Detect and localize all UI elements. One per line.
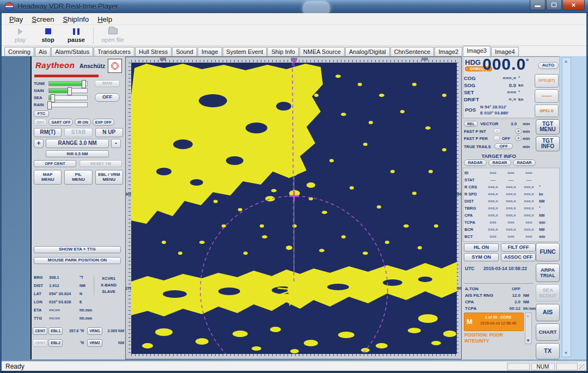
menu-button[interactable]: EBL / VRMMENU <box>95 170 123 185</box>
ebl2-button[interactable]: EBL2 <box>48 339 63 347</box>
cent2-button[interactable]: CENT <box>33 339 47 347</box>
pause-button[interactable]: pause <box>64 26 89 45</box>
radar-field[interactable] <box>131 63 457 354</box>
minimize-button[interactable]: ▬ <box>530 0 546 10</box>
mode-button[interactable]: STAB <box>64 128 92 137</box>
ebl1-row: CENT EBL1 357.6 °R VRM1 2.065 NM <box>33 327 124 335</box>
tab[interactable]: Image3 <box>463 46 491 56</box>
past-int-dec-button[interactable]: < <box>493 129 501 134</box>
gps1d-button[interactable]: GPS1 D <box>535 105 559 117</box>
man-button[interactable]: MAN <box>95 80 120 87</box>
arpa-trial-button[interactable]: ARPATRIAL <box>536 264 560 282</box>
gps1bt-button[interactable]: GPS1(BT) <box>535 74 559 88</box>
stop-button[interactable]: stop <box>35 26 60 45</box>
tab[interactable]: ChnSentence <box>390 47 434 56</box>
assoc-off-button[interactable]: ASSOC OFF <box>501 253 536 261</box>
reset-tm-button[interactable]: RESET TM <box>79 160 122 167</box>
vrm2-button[interactable]: VRM2 <box>87 339 102 347</box>
radar-scope[interactable]: 330 000 030 300 270 060 090 <box>125 57 462 359</box>
tab[interactable]: Hull Stress <box>135 47 171 56</box>
ais-button[interactable]: AIS <box>536 304 560 321</box>
ftc-button[interactable]: FTC <box>34 111 49 117</box>
radar-source-button[interactable]: RADAR <box>488 160 511 166</box>
ebl1-button[interactable]: EBL1 <box>48 327 63 335</box>
menu-button[interactable]: PILMENU <box>64 170 92 185</box>
mode-button[interactable]: N UP <box>95 128 123 137</box>
slider-row: SEA <box>34 95 93 100</box>
scrollbar-track[interactable] <box>562 57 571 357</box>
scroll-up-icon[interactable]: ▲ <box>526 314 530 317</box>
menu-item[interactable]: Help <box>93 14 117 25</box>
filt-off-button[interactable]: FILT OFF <box>501 243 536 252</box>
sea-scout-button[interactable]: SEASCOUT <box>536 284 560 302</box>
rir-button[interactable]: RIR 0.5 NM <box>46 150 109 157</box>
auto-button[interactable]: AUTO <box>538 62 559 69</box>
tab[interactable]: Ship Info <box>267 47 298 56</box>
slider-track[interactable] <box>48 81 88 86</box>
proc-button[interactable]: SBY <box>34 119 47 126</box>
chart-button[interactable]: CHART <box>536 323 560 341</box>
tab[interactable]: Ais <box>35 47 51 56</box>
dash-source-button[interactable]: —— <box>535 89 559 103</box>
mode-buttons: RM(T)STABN UP <box>34 128 123 137</box>
past-per-inc-button[interactable]: > <box>515 136 522 141</box>
menu-item[interactable]: ShipInfo <box>59 14 94 25</box>
tgt-menu-button[interactable]: TGTMENU <box>536 119 560 134</box>
rel-vector-button[interactable]: REL <box>464 121 478 127</box>
menu-item[interactable]: Play <box>5 14 27 25</box>
tab[interactable]: Alarm/Status <box>51 47 93 56</box>
range-minus-button[interactable]: - <box>111 139 121 148</box>
range-plus-button[interactable]: + <box>34 139 44 148</box>
proc-button[interactable]: IR ON <box>75 119 90 126</box>
alert-scrollbar[interactable]: ▲ ▼ <box>525 313 532 344</box>
mode-button[interactable]: RM(T) <box>34 128 62 137</box>
open-file-button[interactable]: open file <box>97 26 128 45</box>
maximize-button[interactable] <box>546 0 562 10</box>
radar-source-button[interactable]: RADAR <box>464 160 487 166</box>
slider-track[interactable] <box>48 102 88 107</box>
tab[interactable]: Sound <box>172 47 197 56</box>
tab[interactable]: NMEA Source <box>299 47 345 56</box>
cent1-button[interactable]: CENT <box>33 327 47 335</box>
toolbar-separator <box>93 27 94 44</box>
pos-lat: N 54° 28.912' <box>480 105 507 109</box>
play-button[interactable]: play <box>9 26 31 45</box>
title-bar[interactable]: Headway VDR Real-time Player ▬ ✕ <box>0 0 588 13</box>
content-scrollbar[interactable]: ▲ ▼ <box>560 56 586 359</box>
tab[interactable]: Transducers <box>94 47 134 56</box>
sym-on-button[interactable]: SYM ON <box>464 253 499 261</box>
func-button[interactable]: FUNC <box>536 243 560 261</box>
off-button[interactable]: OFF <box>95 93 120 102</box>
slider-track[interactable] <box>48 88 88 93</box>
mouse-park-button[interactable]: MOUSE PARK POSITION ON <box>34 257 121 264</box>
scrollbar-up-icon[interactable]: ▲ <box>562 57 570 65</box>
menu-item[interactable]: Screen <box>27 14 58 25</box>
off-cent-button[interactable]: OFF CENT <box>34 160 76 167</box>
hl-on-button[interactable]: HL ON <box>464 243 499 252</box>
tab[interactable]: Conning <box>4 47 34 56</box>
tx-button[interactable]: TX <box>536 343 560 359</box>
alert-box[interactable]: M 1 of 26 - CCRS 2015-03-14 12:58:45 <box>464 313 524 331</box>
proc-button[interactable]: SART OFF <box>48 119 73 126</box>
scrollbar-down-icon[interactable]: ▼ <box>562 349 570 357</box>
bearing-ticks-left <box>128 63 131 354</box>
range-button[interactable]: RANGE 3.0 NM <box>46 139 109 148</box>
menu-button[interactable]: MAPMENU <box>34 170 62 185</box>
show-eta-ttg-button[interactable]: SHOW ETA + TTG <box>34 246 121 253</box>
proc-button[interactable]: EXP OFF <box>93 119 114 126</box>
tgt-info-button[interactable]: TGTINFO <box>536 136 560 151</box>
past-per-dec-button[interactable] <box>493 136 500 141</box>
tab[interactable]: System Event <box>223 47 267 56</box>
vrm1-button[interactable]: VRM1 <box>87 327 102 335</box>
radar-source-button[interactable]: RADAR <box>513 160 536 166</box>
tab[interactable]: Image2 <box>434 47 462 56</box>
tab[interactable]: Analog/Digital <box>345 47 390 56</box>
close-button[interactable]: ✕ <box>562 0 585 10</box>
resize-grip[interactable] <box>579 364 586 371</box>
target-table-row: BCR ===.= ===.= ===.= NM <box>464 226 559 233</box>
true-trails-button[interactable]: OFF <box>494 143 513 149</box>
scroll-down-icon[interactable]: ▼ <box>526 338 530 343</box>
past-int-inc-button[interactable]: > <box>515 129 522 134</box>
tab[interactable]: Image <box>198 47 222 56</box>
slider-track[interactable] <box>48 95 88 100</box>
